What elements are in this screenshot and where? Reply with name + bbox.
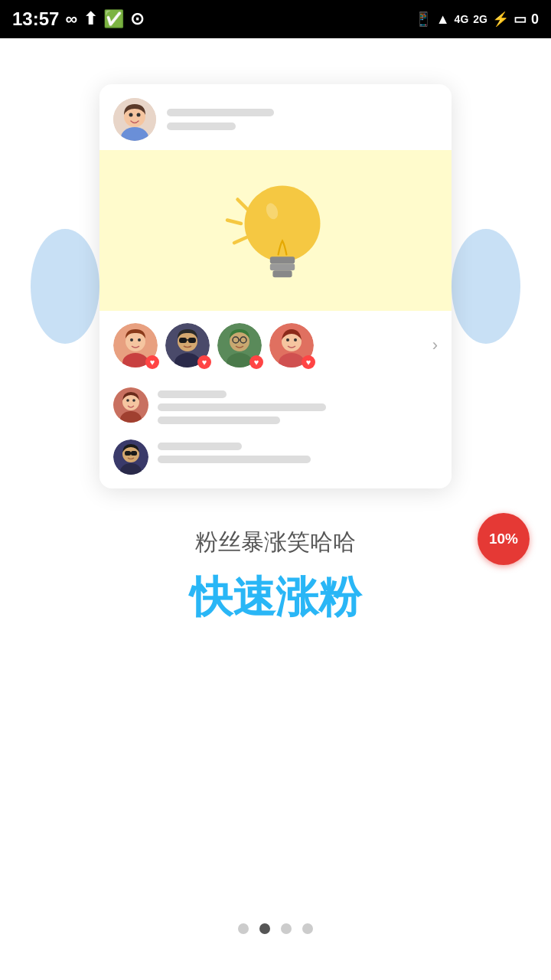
svg-line-5: [238, 200, 249, 211]
user-avatar: [113, 98, 156, 141]
comment-text-1b: [158, 416, 280, 424]
main-content: ♥: [0, 38, 551, 980]
svg-point-17: [138, 338, 141, 341]
bulb-area: [99, 150, 452, 311]
heart-badge-3: ♥: [249, 355, 263, 369]
check-icon-1: ✅: [103, 9, 124, 29]
percent-badge: 10%: [478, 513, 530, 565]
comment-row-1: [99, 380, 452, 432]
status-time: 13:57: [12, 8, 59, 30]
avatar-item-2: ♥: [165, 323, 210, 368]
svg-rect-43: [125, 451, 131, 456]
dot-3[interactable]: [281, 923, 292, 934]
signal-4g-icon: 4G: [455, 13, 469, 25]
comment-text-2: [158, 456, 311, 463]
avatar-item-4: ♥: [269, 323, 314, 368]
comment-avatar-1: [113, 387, 148, 423]
svg-line-7: [234, 237, 246, 243]
avatars-row: ♥: [99, 311, 452, 380]
svg-point-38: [126, 399, 129, 402]
card-user-row: [99, 84, 452, 150]
svg-rect-11: [272, 270, 292, 277]
comment-lines-2: [158, 439, 311, 463]
main-title: 快速涨粉: [190, 569, 361, 627]
battery-icon: ▭: [514, 11, 527, 28]
svg-point-39: [132, 399, 135, 402]
chevron-right-icon: ›: [432, 335, 438, 355]
userdetail-placeholder: [167, 122, 236, 130]
subtitle-text: 粉丝暴涨笑哈哈: [190, 527, 361, 558]
heart-badge-2: ♥: [197, 355, 211, 369]
comment-lines-1: [158, 387, 326, 424]
comment-text-1a: [158, 403, 326, 411]
status-left: 13:57 ∞ ⬆ ✅ ⊙: [12, 8, 144, 30]
comment-name-2: [158, 443, 242, 450]
check-icon-2: ⊙: [130, 9, 144, 29]
heart-badge-1: ♥: [145, 355, 159, 369]
svg-point-33: [286, 338, 289, 341]
upload-icon: ⬆: [83, 9, 97, 29]
svg-rect-21: [179, 338, 187, 343]
svg-rect-10: [270, 263, 295, 270]
infinity-icon: ∞: [65, 9, 77, 29]
svg-point-3: [129, 113, 133, 117]
battery-bolt-icon: ⚡: [492, 11, 509, 28]
wifi-icon: ▲: [436, 11, 450, 28]
battery-level: 0: [531, 11, 539, 28]
rotate-icon: 📱: [415, 11, 432, 28]
lightbulb-illustration: [207, 162, 344, 299]
heart-badge-4: ♥: [302, 355, 315, 369]
svg-line-6: [227, 220, 241, 224]
svg-point-34: [294, 338, 297, 341]
social-card: ♥: [99, 84, 452, 488]
svg-rect-22: [188, 338, 196, 343]
side-circle-right: [452, 229, 520, 344]
svg-point-8: [245, 186, 321, 262]
pagination-dots: [238, 923, 313, 934]
avatar-item-1: ♥: [113, 323, 158, 368]
user-info: [167, 109, 274, 130]
dot-4[interactable]: [302, 923, 313, 934]
text-section: 粉丝暴涨笑哈哈 快速涨粉: [190, 527, 361, 627]
username-placeholder: [167, 109, 274, 116]
svg-rect-9: [270, 256, 295, 263]
status-right: 📱 ▲ 4G 2G ⚡ ▭ 0: [415, 11, 539, 28]
svg-point-16: [130, 338, 133, 341]
comment-row-2: [99, 432, 452, 488]
dot-2[interactable]: [259, 923, 270, 934]
status-bar: 13:57 ∞ ⬆ ✅ ⊙ 📱 ▲ 4G 2G ⚡ ▭ 0: [0, 0, 551, 38]
dot-1[interactable]: [238, 923, 249, 934]
side-circle-left: [31, 229, 99, 344]
avatar-item-3: ♥: [217, 323, 262, 368]
comment-name-1: [158, 390, 227, 398]
svg-rect-44: [131, 451, 137, 456]
comment-avatar-2: [113, 439, 148, 475]
signal-2g-icon: 2G: [473, 13, 487, 25]
svg-point-4: [137, 113, 141, 117]
card-wrapper: ♥: [61, 84, 490, 488]
